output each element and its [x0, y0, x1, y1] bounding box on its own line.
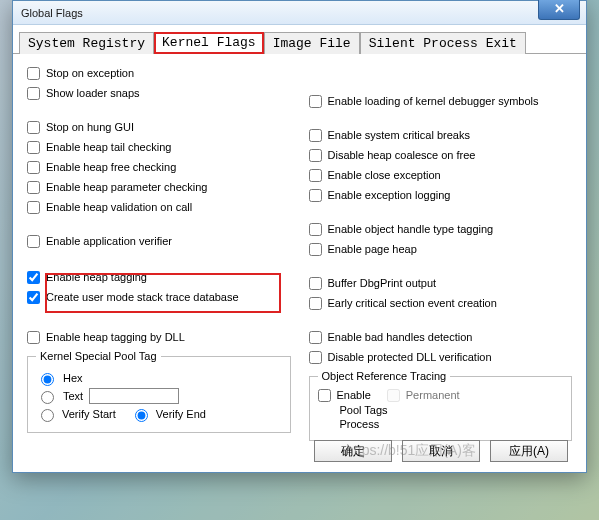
object-ref-group: Object Reference Tracing Enable Permanen…: [309, 370, 573, 441]
chk-tail-check[interactable]: Enable heap tail checking: [27, 140, 291, 154]
chk-ort-permanent[interactable]: Permanent: [387, 388, 460, 402]
chk-exc-logging[interactable]: Enable exception logging: [309, 188, 573, 202]
chk-stop-hung[interactable]: Stop on hung GUI: [27, 120, 291, 134]
chk-load-symbols[interactable]: Enable loading of kernel debugger symbol…: [309, 94, 573, 108]
apply-button[interactable]: 应用(A): [490, 440, 568, 462]
chk-page-heap[interactable]: Enable page heap: [309, 242, 573, 256]
ok-button[interactable]: 确定: [314, 440, 392, 462]
chk-buf-dbgprint[interactable]: Buffer DbgPrint output: [309, 276, 573, 290]
chk-early-cs[interactable]: Early critical section event creation: [309, 296, 573, 310]
radio-text[interactable]: [41, 391, 54, 404]
radio-hex[interactable]: [41, 373, 54, 386]
radio-verify-start[interactable]: [41, 409, 54, 422]
chk-disable-coalesce[interactable]: Disable heap coalesce on free: [309, 148, 573, 162]
right-column: Enable loading of kernel debugger symbol…: [309, 64, 573, 441]
tab-strip: System Registry Kernel Flags Image File …: [13, 25, 586, 54]
dialog-buttons: 确定 取消 应用(A): [314, 440, 568, 462]
left-column: Stop on exception Show loader snaps Stop…: [27, 64, 291, 441]
titlebar: Global Flags: [13, 1, 586, 25]
ort-pool-tags-label: Pool Tags: [318, 404, 564, 416]
tab-silent-process-exit[interactable]: Silent Process Exit: [360, 32, 526, 54]
kernel-pool-group: Kernel Special Pool Tag Hex Text Verify …: [27, 350, 291, 433]
chk-valid-call[interactable]: Enable heap validation on call: [27, 200, 291, 214]
chk-app-verifier[interactable]: Enable application verifier: [27, 234, 291, 248]
pool-text-input[interactable]: [89, 388, 179, 404]
tab-system-registry[interactable]: System Registry: [19, 32, 154, 54]
chk-free-check[interactable]: Enable heap free checking: [27, 160, 291, 174]
kernel-pool-legend: Kernel Special Pool Tag: [36, 350, 161, 362]
tab-pane: Stop on exception Show loader snaps Stop…: [13, 54, 586, 472]
chk-stop-exception[interactable]: Stop on exception: [27, 66, 291, 80]
chk-tag-by-dll[interactable]: Enable heap tagging by DLL: [27, 330, 291, 344]
global-flags-window: Global Flags System Registry Kernel Flag…: [12, 0, 587, 473]
tab-image-file[interactable]: Image File: [264, 32, 360, 54]
chk-heap-tagging[interactable]: Enable heap tagging: [27, 270, 291, 284]
object-ref-legend: Object Reference Tracing: [318, 370, 451, 382]
close-icon[interactable]: [538, 0, 580, 20]
chk-close-exception[interactable]: Enable close exception: [309, 168, 573, 182]
tab-kernel-flags[interactable]: Kernel Flags: [154, 32, 264, 54]
radio-verify-end[interactable]: [135, 409, 148, 422]
chk-sys-breaks[interactable]: Enable system critical breaks: [309, 128, 573, 142]
window-title: Global Flags: [21, 7, 83, 19]
chk-ort-enable[interactable]: Enable: [318, 388, 371, 402]
chk-bad-handles[interactable]: Enable bad handles detection: [309, 330, 573, 344]
chk-obj-tag[interactable]: Enable object handle type tagging: [309, 222, 573, 236]
ort-process-label: Process: [318, 418, 564, 430]
chk-stack-db[interactable]: Create user mode stack trace database: [27, 290, 291, 304]
cancel-button[interactable]: 取消: [402, 440, 480, 462]
chk-show-loader[interactable]: Show loader snaps: [27, 86, 291, 100]
chk-param-check[interactable]: Enable heap parameter checking: [27, 180, 291, 194]
chk-disable-dll[interactable]: Disable protected DLL verification: [309, 350, 573, 364]
